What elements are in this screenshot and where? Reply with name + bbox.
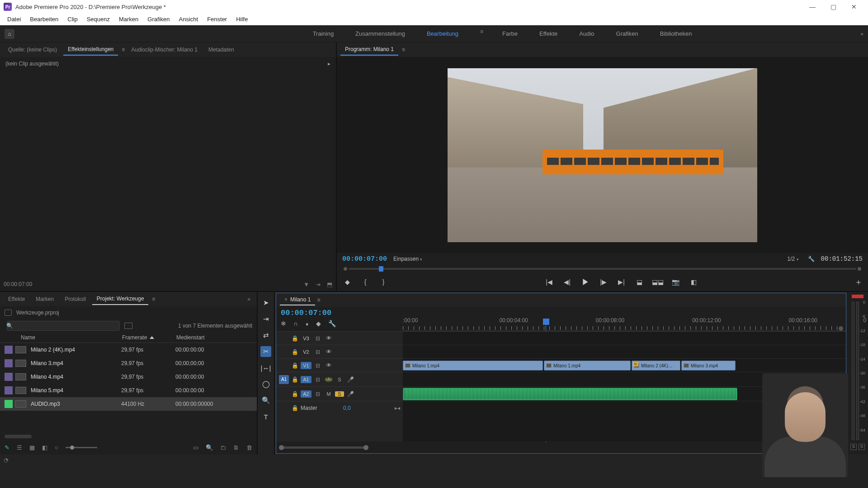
workspace-grafiken[interactable]: Grafiken <box>613 28 641 39</box>
column-name[interactable]: Name <box>5 334 122 341</box>
project-item[interactable]: Milano 5.mp4 29,97 fps 00:00:00:00 <box>0 384 257 397</box>
tab-metadaten[interactable]: Metadaten <box>204 44 239 55</box>
workspace-effekte[interactable]: Effekte <box>537 28 560 39</box>
panel-menu-icon[interactable]: ≡ <box>122 47 125 53</box>
export-frame-button[interactable]: 📷 <box>671 277 681 287</box>
add-marker-icon[interactable]: ⬧ <box>305 320 309 327</box>
menu-bearbeiten[interactable]: Bearbeiten <box>25 14 63 24</box>
lock-icon[interactable]: 🔒 <box>291 362 299 369</box>
tab-close-icon[interactable]: × <box>284 296 288 303</box>
audio-track-header[interactable]: 🔒 A2 ⊟ M S 🎤 <box>276 386 403 401</box>
solo-left-button[interactable]: S <box>850 444 857 450</box>
new-item-icon[interactable]: ✎ <box>5 444 9 451</box>
delete-icon[interactable]: 🗑 <box>246 444 252 451</box>
tab-sequence[interactable]: ×Milano 1 <box>280 295 315 305</box>
marker-icon[interactable]: ◆ <box>316 320 321 327</box>
mute-button[interactable]: M <box>324 377 333 382</box>
menu-hilfe[interactable]: Hilfe <box>231 14 252 24</box>
color-label[interactable] <box>5 386 13 394</box>
panel-menu-icon[interactable]: ≡ <box>317 297 320 303</box>
go-to-out-button[interactable]: ▶| <box>617 277 627 287</box>
video-lane[interactable] <box>403 345 846 358</box>
solo-button[interactable]: S <box>335 377 344 382</box>
chevron-icon[interactable]: ▸◂ <box>395 405 400 411</box>
column-mediastart[interactable]: Medienstart <box>176 334 252 341</box>
sync-lock-icon[interactable]: ⊟ <box>313 335 322 342</box>
overwrite-icon[interactable]: ⬒ <box>327 281 332 288</box>
video-track-header[interactable]: 🔒 V2 ⊟ 👁 <box>276 345 403 358</box>
tab-marken[interactable]: Marken <box>31 294 58 305</box>
razor-tool[interactable]: ✂ <box>260 346 271 357</box>
panel-menu-icon[interactable]: ≡ <box>152 296 155 302</box>
toggle-output-icon[interactable]: 👁 <box>324 335 333 342</box>
track-select-tool[interactable]: ⇥ <box>260 314 271 324</box>
project-search-input[interactable] <box>7 321 120 331</box>
filter-icon[interactable]: ▼ <box>303 281 309 288</box>
project-item[interactable]: AUDIO.mp3 44100 Hz 00:00:00:00000 <box>0 397 257 411</box>
caret-right-icon[interactable]: ▸ <box>328 61 330 67</box>
filter-bin-icon[interactable] <box>124 323 132 329</box>
toggle-output-icon[interactable]: 👁 <box>324 348 333 355</box>
horizontal-zoom-slider[interactable] <box>281 446 367 449</box>
lock-icon[interactable]: 🔒 <box>291 335 299 342</box>
color-label[interactable] <box>5 400 13 408</box>
lock-icon[interactable]: 🔒 <box>291 349 299 355</box>
go-to-in-button[interactable]: |◀ <box>544 277 554 287</box>
workspace-farbe[interactable]: Farbe <box>500 28 520 39</box>
snap-icon[interactable]: ❄ <box>281 320 286 327</box>
workspace-zusammenstellung[interactable]: Zusammenstellung <box>353 28 408 39</box>
find-icon[interactable]: 🔍 <box>206 444 213 451</box>
source-patch[interactable]: A1 <box>279 375 289 384</box>
maximize-button[interactable]: ▢ <box>823 0 844 14</box>
color-label[interactable] <box>5 359 13 367</box>
new-bin-icon[interactable]: 🗀 <box>220 444 226 451</box>
icon-view-icon[interactable]: ▦ <box>29 444 35 451</box>
add-button[interactable]: ＋ <box>854 277 863 287</box>
timeline-playhead[interactable] <box>543 319 549 325</box>
timeline-timecode[interactable]: 00:00:07:00 <box>281 309 398 317</box>
pen-tool[interactable]: ◯ <box>260 379 271 389</box>
track-name[interactable]: V1 <box>301 362 311 369</box>
menu-marken[interactable]: Marken <box>114 14 143 24</box>
settings-wrench-icon[interactable]: 🔧 <box>328 320 336 327</box>
track-name[interactable]: A1 <box>301 376 311 383</box>
horizontal-scrollbar[interactable] <box>5 435 32 438</box>
program-timecode[interactable]: 00:00:07:00 <box>342 255 387 263</box>
track-name[interactable]: V2 <box>301 349 311 355</box>
menu-datei[interactable]: Datei <box>3 14 25 24</box>
master-track-header[interactable]: 🔒 Master 0,0 ▸◂ <box>276 401 403 414</box>
mute-button[interactable]: M <box>324 391 333 397</box>
hand-tool[interactable]: 🔍 <box>260 395 271 406</box>
fit-dropdown[interactable]: Einpassen ▾ <box>393 256 422 262</box>
automate-to-sequence-icon[interactable]: ▭ <box>193 444 198 451</box>
video-track-header[interactable]: 🔒 V3 ⊟ 👁 <box>276 331 403 345</box>
tab-effekteinstellungen[interactable]: Effekteinstellungen <box>63 44 118 56</box>
menu-grafiken[interactable]: Grafiken <box>143 14 174 24</box>
menu-ansicht[interactable]: Ansicht <box>174 14 203 24</box>
solo-button[interactable]: S <box>335 391 344 397</box>
type-tool[interactable]: T <box>260 411 271 422</box>
audio-clip[interactable] <box>403 388 737 400</box>
toggle-output-icon[interactable]: 👁 <box>324 362 333 369</box>
clip-indicator[interactable] <box>852 295 863 298</box>
workspace-overflow-icon[interactable]: » <box>860 31 863 37</box>
ripple-edit-tool[interactable]: ⇄ <box>260 330 271 341</box>
settings-icon[interactable]: 🔧 <box>808 256 815 262</box>
program-scrub-bar[interactable] <box>349 268 856 270</box>
new-item-button[interactable]: 🗎 <box>233 444 239 451</box>
tab-protokoll[interactable]: Protokoll <box>60 294 90 305</box>
solo-right-button[interactable]: S <box>859 444 865 450</box>
sync-lock-icon[interactable]: ⊟ <box>313 349 322 355</box>
lift-button[interactable]: ⬓ <box>635 277 645 287</box>
column-framerate[interactable]: Framerate <box>122 334 176 341</box>
project-item[interactable]: Milano 2 (4K).mp4 29,97 fps 00:00:00:00 <box>0 343 257 357</box>
lock-icon[interactable]: 🔒 <box>291 405 299 411</box>
tab-audioclip-mischer[interactable]: Audioclip-Mischer: Milano 1 <box>127 44 202 55</box>
project-item[interactable]: Milano 3.mp4 29,97 fps 00;00;00;00 <box>0 357 257 370</box>
menu-fenster[interactable]: Fenster <box>203 14 231 24</box>
play-button[interactable] <box>580 277 590 287</box>
mark-in-button[interactable]: { <box>360 277 370 287</box>
scrub-handle-right[interactable] <box>858 267 861 271</box>
menu-clip[interactable]: Clip <box>63 14 82 24</box>
add-marker-button[interactable]: ◆ <box>342 277 352 287</box>
